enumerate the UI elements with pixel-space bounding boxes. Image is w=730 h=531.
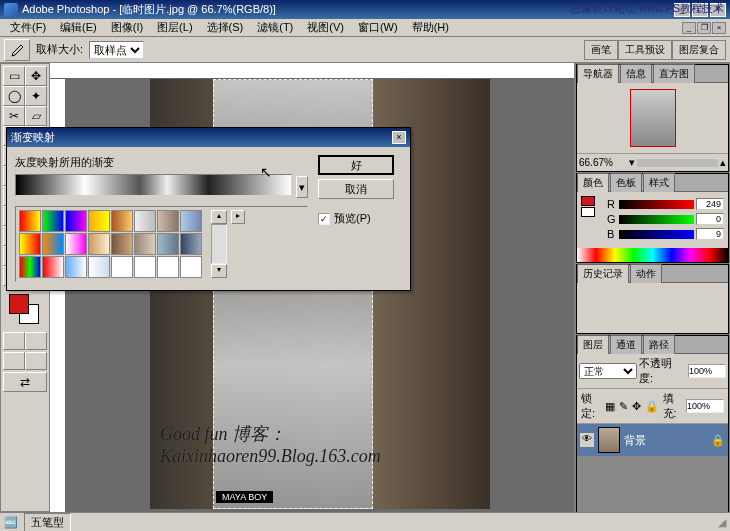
gradient-preset[interactable]: [88, 233, 110, 255]
gradient-preset[interactable]: [134, 233, 156, 255]
menu-select[interactable]: 选择(S): [201, 19, 250, 36]
gradient-preset[interactable]: [180, 210, 202, 232]
menu-window[interactable]: 窗口(W): [352, 19, 404, 36]
opacity-input[interactable]: [688, 364, 726, 378]
jump-to-button[interactable]: ⇄: [3, 372, 47, 392]
gradient-preset[interactable]: [157, 210, 179, 232]
r-slider[interactable]: [619, 200, 694, 209]
presets-scroll-up[interactable]: ▴: [211, 210, 227, 224]
screen-mode-1[interactable]: [3, 352, 25, 370]
b-value[interactable]: 9: [696, 228, 724, 240]
tab-navigator[interactable]: 导航器: [577, 64, 619, 83]
presets-menu-button[interactable]: ▸: [231, 210, 245, 224]
marquee-tool[interactable]: ▭: [3, 66, 25, 86]
doc-minimize-button[interactable]: _: [682, 22, 696, 34]
r-value[interactable]: 249: [696, 198, 724, 210]
gradient-preset[interactable]: [157, 256, 179, 278]
ruler-horizontal[interactable]: [50, 63, 574, 79]
ok-button[interactable]: 好: [318, 155, 394, 175]
layer-row-background[interactable]: 👁 背景 🔒: [577, 424, 728, 456]
spectrum-ramp[interactable]: [577, 248, 728, 262]
blend-mode-select[interactable]: 正常: [579, 363, 637, 379]
doc-restore-button[interactable]: ❐: [697, 22, 711, 34]
ime-status[interactable]: 五笔型: [24, 513, 71, 532]
gradient-dropdown-button[interactable]: ▾: [296, 176, 308, 198]
lock-all-icon[interactable]: 🔒: [645, 400, 659, 413]
layer-thumbnail[interactable]: [598, 427, 620, 453]
tab-histogram[interactable]: 直方图: [653, 64, 695, 83]
palette-layercomps-tab[interactable]: 图层复合: [672, 40, 726, 60]
lock-move-icon[interactable]: ✥: [632, 400, 641, 413]
presets-scroll-down[interactable]: ▾: [211, 264, 227, 278]
menu-help[interactable]: 帮助(H): [406, 19, 455, 36]
gradient-preset[interactable]: [42, 256, 64, 278]
palette-presets-tab[interactable]: 工具预设: [618, 40, 672, 60]
gradient-preset[interactable]: [65, 256, 87, 278]
b-slider[interactable]: [619, 230, 694, 239]
g-slider[interactable]: [619, 215, 694, 224]
gradient-preset[interactable]: [65, 210, 87, 232]
gradient-preset[interactable]: [42, 233, 64, 255]
menu-filter[interactable]: 滤镜(T): [251, 19, 299, 36]
gradient-preset[interactable]: [88, 256, 110, 278]
cancel-button[interactable]: 取消: [318, 179, 394, 199]
color-swatches[interactable]: [3, 290, 47, 330]
menu-image[interactable]: 图像(I): [105, 19, 149, 36]
gradient-preset[interactable]: [180, 233, 202, 255]
tab-paths[interactable]: 路径: [643, 335, 675, 354]
gradient-preset[interactable]: [134, 210, 156, 232]
history-list[interactable]: [577, 283, 728, 333]
sample-size-select[interactable]: 取样点: [89, 41, 144, 59]
resize-grip-icon[interactable]: ◢: [718, 516, 726, 529]
palette-brushes-tab[interactable]: 画笔: [584, 40, 618, 60]
tab-actions[interactable]: 动作: [630, 264, 662, 283]
tab-channels[interactable]: 通道: [610, 335, 642, 354]
move-tool[interactable]: ✥: [25, 66, 47, 86]
gradient-preset[interactable]: [88, 210, 110, 232]
slice-tool[interactable]: ▱: [25, 106, 47, 126]
gradient-preset[interactable]: [180, 256, 202, 278]
gradient-preset[interactable]: [134, 256, 156, 278]
menu-edit[interactable]: 编辑(E): [54, 19, 103, 36]
zoom-slider[interactable]: [637, 159, 718, 167]
zoom-out-icon[interactable]: ▾: [629, 156, 635, 169]
gradient-preset[interactable]: [19, 210, 41, 232]
zoom-percentage[interactable]: 66.67%: [579, 157, 627, 168]
panel-bg-swatch[interactable]: [581, 207, 595, 217]
gradient-preset[interactable]: [19, 256, 41, 278]
doc-close-button[interactable]: ×: [712, 22, 726, 34]
tab-color[interactable]: 颜色: [577, 173, 609, 192]
preview-checkbox[interactable]: ✓: [318, 213, 330, 225]
menu-layer[interactable]: 图层(L): [151, 19, 198, 36]
zoom-in-icon[interactable]: ▴: [720, 156, 726, 169]
visibility-icon[interactable]: 👁: [580, 433, 594, 447]
crop-tool[interactable]: ✂: [3, 106, 25, 126]
lasso-tool[interactable]: ◯: [3, 86, 25, 106]
foreground-color[interactable]: [9, 294, 29, 314]
active-tool-icon[interactable]: [4, 39, 30, 61]
gradient-preset[interactable]: [19, 233, 41, 255]
navigator-thumbnail[interactable]: [630, 89, 676, 147]
presets-scroll-track[interactable]: [211, 224, 227, 264]
gradient-preset[interactable]: [157, 233, 179, 255]
tab-layers[interactable]: 图层: [577, 335, 609, 354]
screen-mode-2[interactable]: [25, 352, 47, 370]
quickmask-button[interactable]: [25, 332, 47, 350]
gradient-preset[interactable]: [111, 233, 133, 255]
lock-trans-icon[interactable]: ▦: [605, 400, 615, 413]
panel-fg-swatch[interactable]: [581, 196, 595, 206]
tab-history[interactable]: 历史记录: [577, 264, 629, 283]
standard-mode-button[interactable]: [3, 332, 25, 350]
ime-icon[interactable]: 🔤: [4, 516, 18, 529]
wand-tool[interactable]: ✦: [25, 86, 47, 106]
g-value[interactable]: 0: [696, 213, 724, 225]
tab-styles[interactable]: 样式: [643, 173, 675, 192]
menu-file[interactable]: 文件(F): [4, 19, 52, 36]
tab-info[interactable]: 信息: [620, 64, 652, 83]
gradient-preset[interactable]: [111, 210, 133, 232]
menu-view[interactable]: 视图(V): [301, 19, 350, 36]
tab-swatches[interactable]: 色板: [610, 173, 642, 192]
lock-paint-icon[interactable]: ✎: [619, 400, 628, 413]
fill-input[interactable]: [686, 399, 724, 413]
gradient-preset[interactable]: [42, 210, 64, 232]
